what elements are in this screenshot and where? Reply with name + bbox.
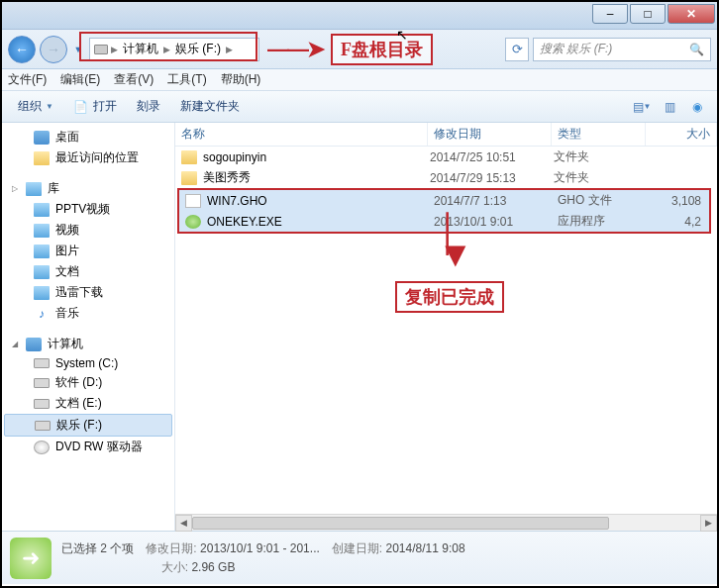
dvd-icon bbox=[34, 441, 50, 454]
toolbar-burn[interactable]: 刻录 bbox=[129, 95, 168, 118]
scroll-left-button[interactable]: ◀ bbox=[175, 515, 192, 532]
chevron-right-icon: ▶ bbox=[226, 45, 233, 54]
titlebar: – □ ✕ bbox=[2, 2, 717, 30]
nav-pictures[interactable]: 图片 bbox=[2, 241, 174, 261]
drive-icon bbox=[34, 358, 50, 368]
collapse-icon: ◢ bbox=[12, 340, 20, 348]
toolbar-newfolder[interactable]: 新建文件夹 bbox=[172, 95, 248, 118]
maximize-button[interactable]: □ bbox=[630, 4, 666, 24]
file-list-pane: 名称 修改日期 类型 大小 sogoupinyin 2014/7/25 10:5… bbox=[175, 123, 717, 531]
file-name: WIN7.GHO bbox=[207, 194, 434, 208]
address-bar[interactable]: ▶ 计算机 ▶ 娱乐 (F:) ▶ bbox=[89, 38, 259, 61]
file-name: ONEKEY.EXE bbox=[207, 215, 434, 229]
menu-help[interactable]: 帮助(H) bbox=[221, 71, 261, 88]
computer-icon bbox=[26, 338, 42, 351]
nav-drive-d[interactable]: 软件 (D:) bbox=[2, 372, 174, 393]
nav-computer-header[interactable]: ◢计算机 bbox=[2, 334, 174, 354]
breadcrumb-computer[interactable]: 计算机 bbox=[121, 41, 160, 57]
file-row[interactable]: sogoupinyin 2014/7/25 10:51 文件夹 bbox=[175, 147, 717, 167]
status-bar: ➜ 已选择 2 个项 修改日期: 2013/10/1 9:01 - 201...… bbox=[2, 531, 717, 584]
video-icon bbox=[34, 224, 50, 238]
file-type: GHO 文件 bbox=[558, 192, 652, 209]
close-button[interactable]: ✕ bbox=[668, 4, 715, 24]
drive-icon bbox=[94, 45, 108, 54]
nav-drive-f[interactable]: 娱乐 (F:) bbox=[4, 414, 172, 437]
menu-edit[interactable]: 编辑(E) bbox=[60, 71, 100, 88]
folder-icon bbox=[181, 171, 197, 185]
drive-icon bbox=[34, 399, 50, 409]
status-created-label: 创建日期: bbox=[332, 541, 382, 555]
application-icon bbox=[185, 215, 201, 229]
library-icon bbox=[26, 182, 42, 196]
annotation-root-dir: F盘根目录 bbox=[331, 34, 433, 65]
col-type[interactable]: 类型 bbox=[552, 123, 646, 146]
search-box[interactable]: 搜索 娱乐 (F:) 🔍 bbox=[533, 38, 711, 61]
toolbar-open[interactable]: 📄打开 bbox=[65, 95, 125, 118]
address-row: ← → ▼ ▶ 计算机 ▶ 娱乐 (F:) ▶ ——➤ F盘根目录 ⟳ 搜索 娱… bbox=[2, 30, 717, 69]
status-size-label: 大小: bbox=[161, 560, 188, 574]
nav-desktop[interactable]: 桌面 bbox=[2, 127, 174, 147]
file-date: 2014/7/25 10:51 bbox=[430, 150, 554, 164]
toolbar-organize[interactable]: 组织▼ bbox=[10, 95, 61, 118]
nav-recent[interactable]: 最近访问的位置 bbox=[2, 147, 174, 168]
nav-video[interactable]: 视频 bbox=[2, 220, 174, 241]
nav-drive-e[interactable]: 文档 (E:) bbox=[2, 393, 174, 414]
arrow-right-icon: → bbox=[47, 42, 60, 57]
status-size-value: 2.96 GB bbox=[191, 560, 235, 574]
menu-bar: 文件(F) 编辑(E) 查看(V) 工具(T) 帮助(H) bbox=[2, 69, 717, 91]
back-button[interactable]: ← bbox=[8, 36, 36, 63]
refresh-button[interactable]: ⟳ bbox=[505, 38, 529, 61]
file-type: 应用程序 bbox=[558, 213, 652, 230]
view-options-button[interactable]: ▤ ▼ bbox=[630, 97, 654, 117]
col-name[interactable]: 名称 bbox=[175, 123, 428, 146]
menu-view[interactable]: 查看(V) bbox=[114, 71, 154, 88]
file-row[interactable]: WIN7.GHO 2014/7/7 1:13 GHO 文件 3,108 bbox=[179, 190, 709, 211]
nav-dvd[interactable]: DVD RW 驱动器 bbox=[2, 437, 174, 457]
drive-icon bbox=[34, 378, 50, 388]
file-size: 3,108 bbox=[652, 194, 709, 208]
forward-button[interactable]: → bbox=[40, 36, 67, 63]
file-type: 文件夹 bbox=[554, 148, 648, 165]
annotation-copy-done: 复制已完成 bbox=[395, 281, 504, 313]
file-name: 美图秀秀 bbox=[203, 169, 430, 186]
help-button[interactable]: ◉ bbox=[685, 97, 709, 117]
scroll-right-button[interactable]: ▶ bbox=[700, 515, 717, 532]
pictures-icon bbox=[34, 245, 50, 258]
file-row[interactable]: 美图秀秀 2014/7/29 15:13 文件夹 bbox=[175, 167, 717, 188]
scroll-track[interactable] bbox=[192, 515, 700, 531]
menu-tools[interactable]: 工具(T) bbox=[167, 71, 206, 88]
col-size[interactable]: 大小 bbox=[646, 123, 717, 146]
nav-drive-c[interactable]: System (C:) bbox=[2, 354, 174, 372]
body-area: 桌面 最近访问的位置 ▷库 PPTV视频 视频 图片 文档 迅雷下载 ♪音乐 ◢… bbox=[2, 123, 717, 531]
nav-history-dropdown[interactable]: ▼ bbox=[71, 45, 85, 54]
col-date[interactable]: 修改日期 bbox=[428, 123, 552, 146]
menu-file[interactable]: 文件(F) bbox=[8, 71, 47, 88]
music-icon: ♪ bbox=[34, 307, 50, 321]
desktop-icon bbox=[34, 131, 50, 145]
chevron-right-icon: ▶ bbox=[111, 45, 118, 54]
horizontal-scrollbar[interactable]: ◀ ▶ bbox=[175, 514, 717, 531]
status-selection: 已选择 2 个项 bbox=[61, 540, 134, 557]
search-icon: 🔍 bbox=[689, 43, 704, 56]
annotation-arrow-right: ——➤ bbox=[263, 37, 327, 62]
preview-pane-button[interactable]: ▥ bbox=[658, 97, 681, 117]
nav-libraries-header[interactable]: ▷库 bbox=[2, 178, 174, 199]
status-text: 已选择 2 个项 修改日期: 2013/10/1 9:01 - 201... 创… bbox=[61, 540, 465, 576]
scroll-thumb[interactable] bbox=[192, 517, 609, 530]
file-size: 4,2 bbox=[652, 215, 709, 229]
chevron-down-icon: ▼ bbox=[46, 102, 53, 111]
expand-icon: ▷ bbox=[12, 184, 20, 193]
file-type: 文件夹 bbox=[554, 169, 648, 186]
open-icon: 📄 bbox=[73, 100, 89, 114]
breadcrumb-drive[interactable]: 娱乐 (F:) bbox=[173, 41, 223, 57]
nav-pptv[interactable]: PPTV视频 bbox=[2, 199, 174, 220]
file-name: sogoupinyin bbox=[203, 150, 430, 164]
search-placeholder: 搜索 娱乐 (F:) bbox=[540, 41, 612, 57]
folder-icon bbox=[181, 150, 197, 164]
status-icon: ➜ bbox=[10, 538, 51, 579]
nav-music[interactable]: ♪音乐 bbox=[2, 303, 174, 324]
documents-icon bbox=[34, 265, 50, 279]
minimize-button[interactable]: – bbox=[592, 4, 628, 24]
nav-documents[interactable]: 文档 bbox=[2, 261, 174, 282]
nav-xunlei[interactable]: 迅雷下载 bbox=[2, 282, 174, 303]
